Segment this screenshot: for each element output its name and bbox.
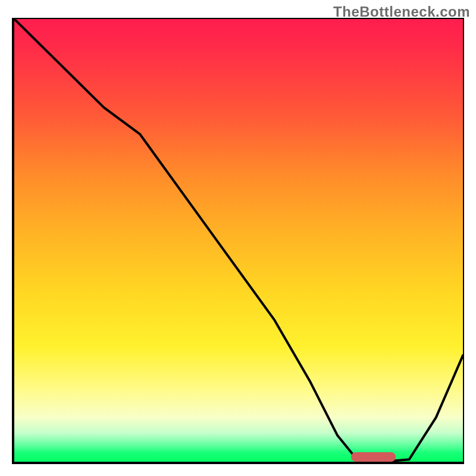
plot-area [12, 18, 464, 464]
axis-bottom [12, 462, 464, 464]
curve-layer [14, 19, 463, 462]
bottleneck-curve-path [14, 19, 463, 462]
optimal-range-marker [351, 452, 396, 462]
axis-left [12, 18, 14, 464]
watermark-label: TheBottleneck.com [333, 4, 470, 20]
bottleneck-chart: TheBottleneck.com [0, 0, 476, 476]
frame-right [463, 18, 464, 464]
